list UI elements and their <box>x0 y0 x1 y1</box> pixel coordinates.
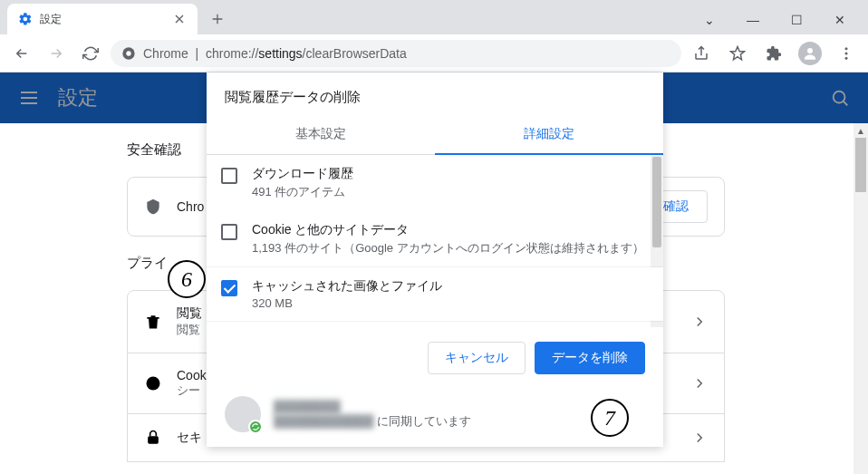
svg-point-7 <box>147 377 160 391</box>
tab-title: 設定 <box>40 12 165 27</box>
dialog-title: 閲覧履歴データの削除 <box>207 73 663 115</box>
safety-card-text: Chro <box>177 199 204 214</box>
clear-browsing-data-dialog: 閲覧履歴データの削除 基本設定 詳細設定 ダウンロード履歴491 件のアイテム … <box>207 73 663 447</box>
back-button[interactable] <box>7 39 36 68</box>
sync-badge-icon <box>248 420 263 434</box>
scroll-up-arrow[interactable]: ▲ <box>854 123 868 138</box>
url-text: Chrome | chrome://settings/clearBrowserD… <box>143 46 407 61</box>
chevron-right-icon <box>691 314 708 330</box>
shield-icon <box>144 198 162 216</box>
dialog-actions: キャンセル データを削除 <box>207 327 663 389</box>
tab-basic[interactable]: 基本設定 <box>207 115 435 155</box>
svg-point-3 <box>845 47 848 50</box>
dialog-tabs: 基本設定 詳細設定 <box>207 115 663 155</box>
window-titlebar: 設定 ⌄ — ☐ ✕ <box>0 0 868 34</box>
scroll-thumb[interactable] <box>855 138 866 192</box>
new-tab-button[interactable] <box>205 6 230 32</box>
chevron-down-icon[interactable]: ⌄ <box>696 13 723 27</box>
annotation-6: 6 <box>168 260 206 298</box>
chevron-right-icon <box>691 430 708 446</box>
chevron-right-icon <box>691 375 708 392</box>
gear-icon <box>18 12 33 26</box>
maximize-button[interactable]: ☐ <box>783 13 810 27</box>
kebab-menu-icon[interactable] <box>832 39 861 68</box>
svg-point-4 <box>845 52 848 54</box>
svg-point-1 <box>126 51 130 55</box>
close-window-button[interactable]: ✕ <box>826 13 854 27</box>
checkbox[interactable] <box>221 168 237 184</box>
list-item-download-history[interactable]: ダウンロード履歴491 件のアイテム <box>207 155 663 211</box>
profile-button[interactable] <box>796 39 825 68</box>
omnibox[interactable]: Chrome | chrome://settings/clearBrowserD… <box>111 40 681 67</box>
svg-point-2 <box>807 48 813 53</box>
forward-button[interactable] <box>42 39 71 68</box>
minimize-button[interactable]: — <box>739 13 767 27</box>
annotation-7: 7 <box>591 399 629 437</box>
svg-point-5 <box>845 56 848 59</box>
trash-icon <box>144 313 162 331</box>
checkbox[interactable] <box>221 224 237 240</box>
list-item-cookies[interactable]: Cookie と他のサイトデータ1,193 件のサイト（Google アカウント… <box>207 211 663 267</box>
lock-icon <box>144 429 162 447</box>
dialog-scroll-thumb[interactable] <box>652 157 661 247</box>
list-item-cached-images[interactable]: キャッシュされた画像とファイル320 MB <box>207 267 663 321</box>
address-bar: Chrome | chrome://settings/clearBrowserD… <box>0 34 868 73</box>
share-icon[interactable] <box>687 39 716 68</box>
clear-data-button[interactable]: データを削除 <box>535 342 645 374</box>
page-scrollbar[interactable]: ▲ <box>854 123 868 474</box>
list-item-passwords[interactable]: パスワードとその他のログインデータ <box>207 321 663 327</box>
window-controls: ⌄ — ☐ ✕ <box>696 13 868 34</box>
star-icon[interactable] <box>723 39 752 68</box>
checkbox-checked[interactable] <box>221 280 237 296</box>
dialog-list: ダウンロード履歴491 件のアイテム Cookie と他のサイトデータ1,193… <box>207 155 663 327</box>
tab-advanced[interactable]: 詳細設定 <box>435 115 663 155</box>
extensions-icon[interactable] <box>759 39 788 68</box>
browser-tab[interactable]: 設定 <box>7 4 198 34</box>
chrome-icon <box>121 46 136 61</box>
avatar <box>225 396 261 432</box>
close-icon[interactable] <box>172 12 187 26</box>
reload-button[interactable] <box>76 39 105 68</box>
svg-rect-8 <box>148 436 159 443</box>
cancel-button[interactable]: キャンセル <box>428 342 526 374</box>
cookie-icon <box>144 374 162 392</box>
